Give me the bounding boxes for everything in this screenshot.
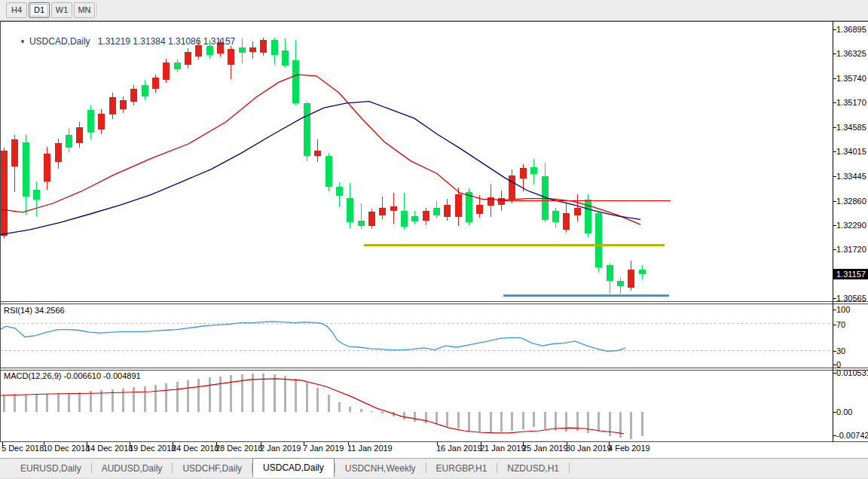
price-axis-label: 1.32290 [836, 221, 866, 230]
candle-body [163, 63, 170, 80]
date-axis-label: 25 Jan 2019 [522, 444, 568, 453]
candle-body [368, 212, 375, 226]
chart-tab-audusd-daily[interactable]: AUDUSD,Daily [92, 459, 173, 477]
candle-body [87, 110, 94, 133]
timeframe-button-w1[interactable]: W1 [51, 2, 72, 18]
rsi-axis-label: 100 [836, 305, 850, 314]
candle-body [326, 156, 332, 187]
candle-body [336, 187, 343, 196]
candle-body [530, 167, 537, 174]
price-axis-label: 1.36895 [836, 25, 866, 34]
candle-body [476, 205, 483, 214]
timeframe-toolbar: H4D1W1MN [0, 0, 868, 21]
trading-app-window: H4D1W1MN 1.368951.363251.357401.351701.3… [0, 0, 868, 479]
candle-body [98, 114, 105, 130]
candle-body [314, 151, 321, 156]
chart-symbol-period: USDCAD,Daily [29, 36, 90, 47]
date-axis-label: 28 Dec 2018 [215, 444, 262, 453]
price-axis-label: 1.33445 [836, 172, 866, 181]
macd-axis-label: -0.007426 [836, 431, 868, 440]
candle-body [76, 127, 83, 143]
candle-body [423, 211, 429, 220]
date-axis-label: 10 Dec 2018 [43, 444, 90, 453]
candle-body [120, 100, 127, 109]
candle-body [23, 142, 29, 197]
candle-body [401, 211, 408, 227]
candle-body [574, 208, 581, 215]
price-axis-label: 1.35740 [836, 74, 866, 83]
date-axis-label: 4 Feb 2019 [608, 444, 650, 453]
macd-axis-label: 0.010531 [836, 368, 868, 377]
chart-tab-eurgbp-h1[interactable]: EURGBP,H1 [426, 459, 497, 477]
candle-body [142, 85, 148, 97]
candle-body [444, 205, 451, 217]
candle-body [249, 47, 256, 52]
price-axis-label: 1.35170 [836, 98, 866, 107]
chart-tab-usdcnh-weekly[interactable]: USDCNH,Weekly [335, 459, 426, 477]
macd-indicator-label: MACD(12,26,9) -0.006610 -0.004891 [4, 371, 141, 380]
date-axis-label: 24 Dec 2018 [172, 444, 219, 453]
candle-body [271, 40, 278, 54]
symbol-dropdown-icon[interactable]: ▼ [20, 38, 26, 45]
current-price-tag-text: 1.31157 [836, 270, 866, 279]
candle-body [152, 78, 159, 89]
price-axis-label: 1.34015 [836, 147, 866, 156]
candle-body [628, 270, 634, 288]
chart-tab-usdcad-daily[interactable]: USDCAD,Daily [252, 458, 335, 477]
date-axis-label: 11 Jan 2019 [347, 444, 393, 453]
date-axis-label: 21 Jan 2019 [480, 444, 526, 453]
timeframe-button-d1[interactable]: D1 [29, 2, 50, 18]
chart-tab-eurusd-daily[interactable]: EURUSD,Daily [11, 459, 91, 477]
chart-tabs-bar: EURUSD,DailyAUDUSD,DailyUSDCHF,DailyUSDC… [0, 458, 868, 477]
candle-body [55, 143, 62, 161]
date-axis-label: 14 Dec 2018 [86, 444, 133, 453]
rsi-axis-label: 30 [836, 346, 845, 355]
candle-body [33, 190, 40, 200]
candle-body [260, 40, 267, 53]
candle-body [174, 63, 181, 69]
date-axis-label: 7 Jan 2019 [303, 444, 344, 453]
price-axis-label: 1.32860 [836, 197, 866, 206]
candle-body [595, 213, 602, 267]
timeframe-button-h4[interactable]: H4 [6, 2, 27, 18]
timeframe-button-mn[interactable]: MN [74, 2, 95, 18]
candle-body [487, 197, 494, 206]
candle-body [1, 151, 8, 236]
candle-body [509, 175, 515, 200]
price-axis-label: 1.30565 [836, 294, 866, 303]
candle-body [433, 208, 440, 215]
candle-body [292, 60, 299, 103]
rsi-axis-label: 70 [836, 320, 845, 329]
candle-body [130, 89, 137, 102]
candle-body [282, 50, 289, 66]
date-axis-label: 2 Jan 2019 [260, 444, 301, 453]
candle-body [520, 168, 527, 178]
candle-body [563, 213, 570, 230]
candle-body [304, 103, 310, 156]
chart-canvas[interactable]: 1.368951.363251.357401.351701.345851.340… [0, 21, 868, 458]
date-axis-label: 19 Dec 2018 [129, 444, 176, 453]
candle-body [379, 208, 386, 215]
candle-body [66, 135, 72, 148]
chart-title: ▼USDCAD,Daily1.31219 1.31384 1.31086 1.3… [5, 26, 235, 57]
candle-body [109, 97, 116, 114]
tab-separator [569, 463, 570, 473]
date-axis-label: 16 Jan 2019 [436, 444, 482, 453]
candle-body [639, 270, 646, 274]
rsi-indicator-label: RSI(14) 34.2566 [4, 306, 65, 315]
price-axis-label: 1.31720 [836, 245, 866, 254]
date-axis-label: 30 Jan 2019 [566, 444, 612, 453]
candle-body [11, 139, 18, 166]
candle-body [390, 206, 397, 211]
candle-body [44, 154, 50, 182]
candle-body [358, 221, 365, 226]
candle-body [239, 47, 246, 53]
macd-axis-label: 0.00 [836, 407, 852, 416]
toolbar-separator [96, 3, 98, 17]
chart-tab-usdchf-daily[interactable]: USDCHF,Daily [173, 459, 252, 477]
price-axis-label: 1.34585 [836, 123, 866, 132]
chart-tab-nzdusd-h1[interactable]: NZDUSD,H1 [497, 459, 569, 477]
chart-window: 1.368951.363251.357401.351701.345851.340… [0, 21, 868, 458]
candle-body [607, 265, 613, 281]
candle-body [411, 216, 418, 221]
